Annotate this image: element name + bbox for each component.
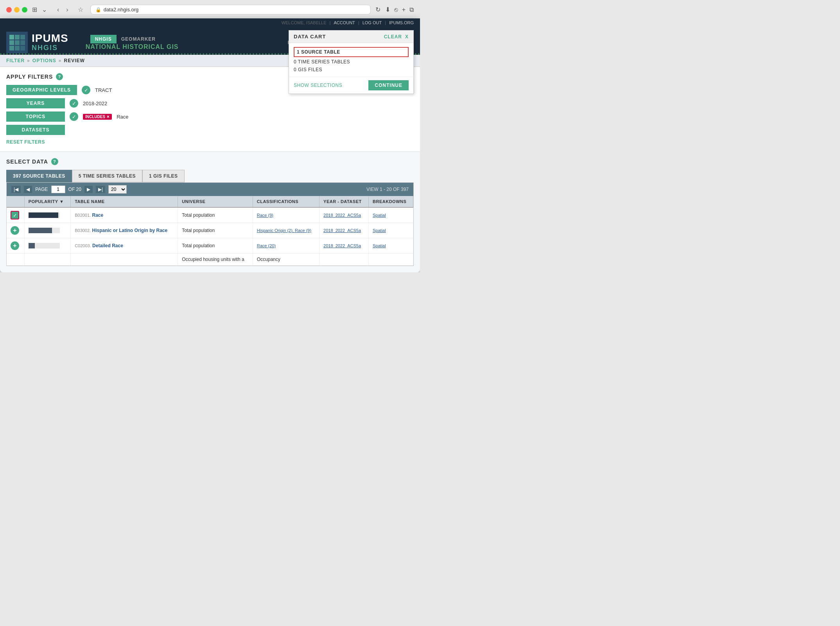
nhgis-product-button[interactable]: NHGIS <box>90 35 117 43</box>
col-classifications: CLASSIFICATIONS <box>253 196 319 207</box>
row-add-button-3[interactable]: + <box>11 241 19 250</box>
col-universe: UNIVERSE <box>178 196 253 207</box>
geographic-levels-button[interactable]: GEOGRAPHIC LEVELS <box>6 85 77 95</box>
table-name-link-3[interactable]: Detailed Race <box>92 243 123 248</box>
popularity-bar-2 <box>29 228 60 233</box>
data-tabs: 397 SOURCE TABLES 5 TIME SERIES TABLES 1… <box>6 170 414 182</box>
year-dataset-link-1[interactable]: 2018_2022_ACS5a <box>323 213 361 218</box>
lock-icon: 🔒 <box>95 7 101 13</box>
classifications-link-3[interactable]: Race (20) <box>257 243 276 248</box>
next-page-button[interactable]: ▶ <box>84 186 93 193</box>
download-button[interactable]: ⬇ <box>385 6 390 13</box>
table-code-2: B03002. <box>75 228 91 233</box>
page-of: OF 20 <box>68 187 81 192</box>
topics-filter: TOPICS ✓ INCLUDES ✕ Race <box>6 112 414 122</box>
maximize-traffic-light[interactable] <box>22 7 27 13</box>
table-code-3: C02003. <box>75 243 91 248</box>
sidebar-chevron-button[interactable]: ⌄ <box>42 6 47 13</box>
apply-filters-title: APPLY FILTERS <box>6 74 53 80</box>
breakdowns-link-2[interactable]: Spatial <box>373 228 386 233</box>
logout-link[interactable]: LOG OUT <box>363 20 382 25</box>
universe-1: Total population <box>178 207 253 223</box>
year-dataset-link-3[interactable]: 2018_2022_ACS5a <box>323 243 361 248</box>
per-page-select[interactable]: 20 50 100 <box>108 185 127 194</box>
reset-filters-link[interactable]: RESET FILTERS <box>6 139 45 145</box>
tabs-button[interactable]: ⧉ <box>409 6 414 13</box>
new-tab-button[interactable]: + <box>402 6 406 13</box>
data-cart-clear-button[interactable]: CLEAR <box>384 34 402 40</box>
continue-button[interactable]: CONTINUE <box>368 80 409 90</box>
close-traffic-light[interactable] <box>6 7 12 13</box>
bookmark-button[interactable]: ☆ <box>75 5 86 14</box>
breadcrumb-sep1: » <box>27 58 30 63</box>
prev-page-button[interactable]: ◀ <box>24 186 32 193</box>
year-dataset-link-2[interactable]: 2018_2022_ACS5a <box>323 228 361 233</box>
table-code-1: B02001. <box>75 213 91 218</box>
tab-gis-files[interactable]: 1 GIS FILES <box>142 170 185 182</box>
logo-icon <box>6 32 28 53</box>
back-button[interactable]: ‹ <box>55 5 61 14</box>
last-page-button[interactable]: ▶| <box>96 186 105 193</box>
account-link[interactable]: ACCOUNT <box>334 20 355 25</box>
address-bar[interactable]: 🔒 data2.nhgis.org <box>90 5 371 14</box>
data-cart-dropdown: DATA CART CLEAR X 1 SOURCE TABLE 0 TIME … <box>289 30 414 94</box>
url-text: data2.nhgis.org <box>104 7 139 13</box>
row-select-checkbox-1[interactable]: ✓ <box>11 211 19 219</box>
data-cart-item-gis-files: 0 GIS FILES <box>294 66 409 74</box>
tab-source-tables[interactable]: 397 SOURCE TABLES <box>6 170 72 182</box>
datasets-button[interactable]: DATASETS <box>6 125 65 135</box>
includes-badge[interactable]: INCLUDES ✕ <box>83 114 112 120</box>
table-row: ✓ B02001. Race Total popul <box>7 207 413 223</box>
breakdowns-link-3[interactable]: Spatial <box>373 243 386 248</box>
first-page-button[interactable]: |◀ <box>11 186 21 193</box>
minimize-traffic-light[interactable] <box>14 7 20 13</box>
classifications-link-1[interactable]: Race (9) <box>257 213 273 218</box>
classifications-4: Occupancy <box>253 254 319 266</box>
select-data-title: SELECT DATA <box>6 158 48 165</box>
data-cart-close-button[interactable]: X <box>405 34 409 40</box>
sep1: | <box>330 20 331 25</box>
breakdowns-link-1[interactable]: Spatial <box>373 213 386 218</box>
popularity-bar-3 <box>29 243 60 248</box>
forward-button[interactable]: › <box>64 5 70 14</box>
select-data-help[interactable]: ? <box>51 158 58 165</box>
popularity-fill-3 <box>29 243 35 248</box>
popularity-bar-1 <box>29 212 60 218</box>
years-check: ✓ <box>70 99 78 108</box>
row-add-button-2[interactable]: + <box>11 226 19 235</box>
geomarker-product-button[interactable]: GEOMARKER <box>117 35 160 43</box>
data-cart-item-time-series: 0 TIME SERIES TABLES <box>294 58 409 66</box>
site-name: NATIONAL HISTORICAL GIS <box>86 43 179 50</box>
welcome-text: WELCOME, ISABELLE <box>282 20 327 25</box>
show-selections-link[interactable]: SHOW SELECTIONS <box>294 83 342 88</box>
topics-button[interactable]: TOPICS <box>6 112 65 122</box>
data-table-wrapper: |◀ ◀ PAGE OF 20 ▶ ▶| 20 50 100 VIEW 1 - … <box>6 182 414 266</box>
universe-2: Total population <box>178 223 253 238</box>
page-input[interactable] <box>51 185 65 193</box>
logo-area: IPUMS NHGIS <box>6 32 68 53</box>
years-button[interactable]: YEARS <box>6 98 65 108</box>
data-cart-title: DATA CART <box>294 34 326 40</box>
col-table-name: TABLE NAME <box>71 196 178 207</box>
years-value: 2018-2022 <box>83 101 107 106</box>
classifications-link-2[interactable]: Hispanic Origin (2), Race (9) <box>257 228 311 233</box>
view-info: VIEW 1 - 20 OF 397 <box>366 187 409 192</box>
data-cart-item-source-tables: 1 SOURCE TABLE <box>294 47 409 57</box>
refresh-button[interactable]: ↻ <box>375 6 381 13</box>
includes-remove-icon[interactable]: ✕ <box>106 115 109 119</box>
breadcrumb-filter[interactable]: FILTER <box>6 58 25 63</box>
sidebar-toggle-button[interactable]: ⊞ <box>32 6 37 13</box>
share-button[interactable]: ⎋ <box>394 6 398 13</box>
table-name-link-2[interactable]: Hispanic or Latino Origin by Race <box>92 228 168 233</box>
breadcrumb-options[interactable]: OPTIONS <box>32 58 56 63</box>
nhgis-logo-text: NHGIS <box>32 44 68 52</box>
tab-time-series[interactable]: 5 TIME SERIES TABLES <box>72 170 142 182</box>
apply-filters-help[interactable]: ? <box>56 73 63 80</box>
col-popularity[interactable]: POPULARITY ▼ <box>24 196 71 207</box>
popularity-fill-1 <box>29 212 58 218</box>
geographic-levels-value: TRACT <box>95 87 112 93</box>
table-name-link-1[interactable]: Race <box>92 212 104 218</box>
ipums-org-link[interactable]: IPUMS.ORG <box>389 20 414 25</box>
col-select <box>7 196 24 207</box>
table-row: Occupied housing units with a Occupancy <box>7 254 413 266</box>
